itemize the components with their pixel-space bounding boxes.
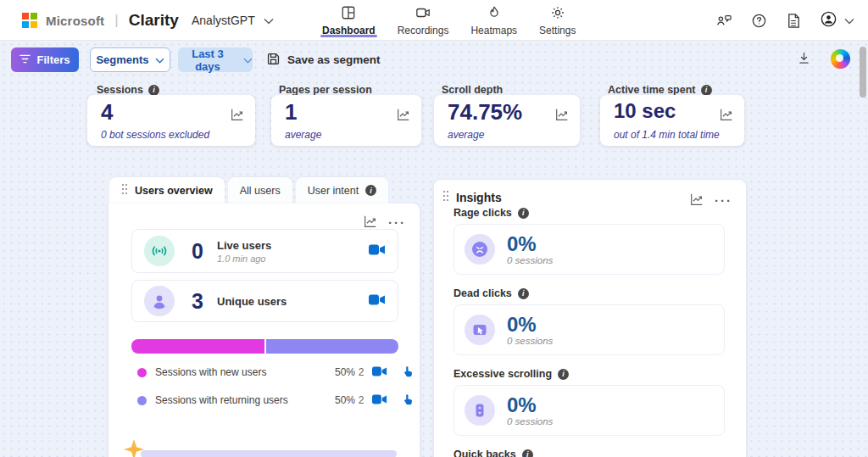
more-options-icon[interactable]: ··· <box>715 197 732 205</box>
dead-clicks-label-row: Dead clicks i <box>453 287 529 299</box>
gear-icon <box>550 5 565 23</box>
tap-hand-icon[interactable] <box>401 393 415 410</box>
rage-clicks-label-row: Rage clicks i <box>453 207 529 219</box>
active-tab-underline <box>320 35 377 37</box>
info-icon[interactable]: i <box>522 449 533 457</box>
copilot-icon[interactable] <box>831 49 850 69</box>
dead-click-cursor-icon <box>465 315 495 345</box>
insight-label-text: Quick backs <box>453 449 516 457</box>
tab-users-overview[interactable]: Users overview <box>109 177 225 203</box>
unique-users-label: Unique users <box>217 295 287 308</box>
video-camera-icon[interactable] <box>372 365 387 380</box>
metric-label-text: Active time spent <box>608 84 696 96</box>
top-bar: Microsoft | Clarity AnalystGPT Dashboard <box>0 0 868 41</box>
excessive-scrolling-card[interactable]: 0% 0 sessions <box>453 385 725 436</box>
top-actions <box>715 0 854 41</box>
metric-label-text: Scroll depth <box>442 84 503 96</box>
metric-subtitle: average <box>448 129 484 141</box>
legend-count: 2 <box>355 394 367 406</box>
nav-label: Heatmaps <box>470 25 517 36</box>
sessions-stacked-bar <box>131 339 398 354</box>
metric-label-text: Sessions <box>97 84 143 96</box>
project-name: AnalystGPT <box>192 14 255 27</box>
chevron-down-icon <box>264 14 274 27</box>
community-feedback-icon[interactable] <box>715 13 732 28</box>
metric-value: 1 <box>285 99 297 125</box>
metric-value: 74.75% <box>448 99 522 125</box>
unique-users-row[interactable]: 3 Unique users <box>131 280 398 322</box>
live-signal-icon <box>144 236 175 266</box>
rage-clicks-card[interactable]: 0% 0 sessions <box>453 224 725 275</box>
legend-label: Sessions with new users <box>155 366 266 378</box>
insight-value: 0% <box>507 394 553 416</box>
docs-icon[interactable] <box>786 13 801 29</box>
dead-clicks-card[interactable]: 0% 0 sessions <box>453 304 725 355</box>
brand-divider: | <box>113 12 120 29</box>
microsoft-logo-icon <box>22 13 37 28</box>
live-users-row[interactable]: 0 Live users 1.0 min ago <box>131 229 398 273</box>
save-as-segment-button[interactable]: Save as segment <box>266 47 381 72</box>
download-icon[interactable] <box>797 51 811 65</box>
product-name: Clarity <box>129 11 179 30</box>
nav-tab-dashboard[interactable]: Dashboard <box>317 0 381 41</box>
tap-hand-icon[interactable] <box>401 365 415 382</box>
scrollbar-track <box>859 41 867 457</box>
live-users-updated: 1.0 min ago <box>217 254 271 264</box>
info-icon[interactable]: i <box>518 208 529 219</box>
metric-card-active-time: 10 sec out of 1.4 min total time <box>600 95 744 146</box>
save-icon <box>266 52 281 69</box>
drag-handle-icon[interactable] <box>442 190 449 204</box>
filters-button[interactable]: Filters <box>11 47 79 72</box>
trend-chart-icon[interactable] <box>554 107 570 125</box>
date-range-dropdown[interactable]: Last 3 days <box>178 47 253 72</box>
tab-all-users[interactable]: All users <box>228 177 292 203</box>
trend-chart-icon[interactable] <box>230 107 245 125</box>
metric-card-scroll-depth: 74.75% average <box>434 95 580 146</box>
info-icon[interactable]: i <box>148 85 159 96</box>
save-as-segment-label: Save as segment <box>287 53 381 66</box>
account-menu[interactable] <box>820 10 854 31</box>
info-icon[interactable]: i <box>558 369 569 380</box>
insight-subtitle: 0 sessions <box>507 255 553 265</box>
info-icon[interactable]: i <box>518 288 529 299</box>
users-panel-tabs: Users overview All users User intent i <box>109 177 388 203</box>
tab-label: User intent <box>308 185 359 197</box>
scrollbar-thumb[interactable] <box>860 47 866 98</box>
info-icon[interactable]: i <box>365 185 376 196</box>
drag-handle-icon[interactable] <box>121 183 128 198</box>
more-options-icon[interactable]: ··· <box>388 219 406 227</box>
dashboard-content: Filters Segments Last 3 days Save as seg… <box>0 41 868 457</box>
chevron-down-icon <box>844 14 854 27</box>
insights-tools: ··· <box>689 192 732 209</box>
teaser-progress-bar <box>141 450 397 457</box>
bar-segment-new-users[interactable] <box>131 339 264 354</box>
nav-label: Recordings <box>398 25 449 36</box>
clarity-dashboard: Microsoft | Clarity AnalystGPT Dashboard <box>0 0 868 457</box>
insight-subtitle: 0 sessions <box>507 416 553 426</box>
legend-label: Sessions with returning users <box>155 394 288 406</box>
trend-chart-icon[interactable] <box>719 107 734 125</box>
excessive-scrolling-label-row: Excessive scrolling i <box>453 368 569 380</box>
insights-panel: Insights ··· Rage clicks i 0% 0 sessions <box>434 180 746 457</box>
filter-icon <box>19 53 31 66</box>
legend-row-returning-users: Sessions with returning users 50% 2 <box>131 393 398 408</box>
unique-users-value: 3 <box>186 289 209 314</box>
video-camera-icon[interactable] <box>369 293 386 309</box>
bar-segment-returning-users[interactable] <box>266 339 399 354</box>
nav-tab-heatmaps[interactable]: Heatmaps <box>465 0 522 41</box>
video-camera-icon[interactable] <box>369 243 386 259</box>
info-icon[interactable]: i <box>701 85 712 96</box>
metric-subtitle: 0 bot sessions excluded <box>101 129 209 141</box>
project-picker[interactable]: AnalystGPT <box>192 0 274 41</box>
metric-label-scroll-depth: Scroll depth <box>442 84 503 96</box>
help-icon[interactable] <box>751 13 767 29</box>
rage-face-icon <box>465 234 495 265</box>
trend-chart-icon[interactable] <box>689 192 704 209</box>
video-camera-icon[interactable] <box>372 393 387 408</box>
nav-tab-settings[interactable]: Settings <box>534 0 581 41</box>
nav-tab-recordings[interactable]: Recordings <box>392 0 454 41</box>
trend-chart-icon[interactable] <box>396 107 411 125</box>
segments-dropdown[interactable]: Segments <box>90 47 170 72</box>
tab-user-intent[interactable]: User intent i <box>296 177 388 203</box>
tab-label: Users overview <box>135 185 213 197</box>
